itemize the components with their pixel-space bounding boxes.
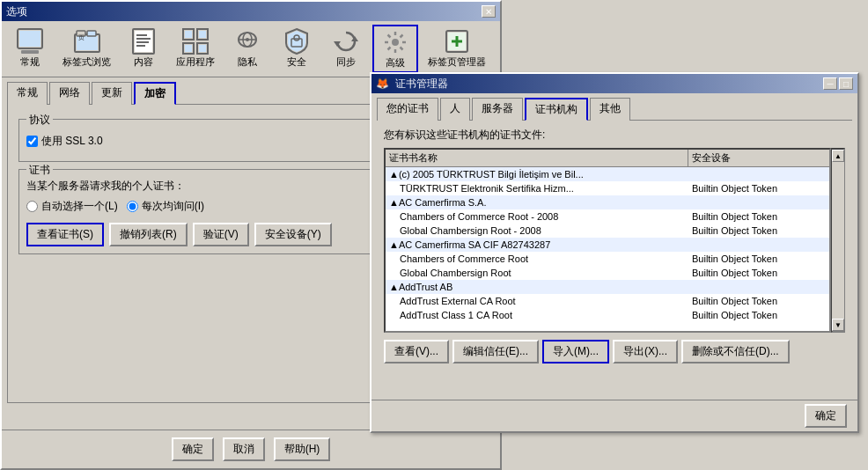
- cert-tab-authority[interactable]: 证书机构: [525, 98, 588, 121]
- cert-group-row-8[interactable]: ▲AddTrust AB: [386, 280, 829, 294]
- sync-icon: [332, 27, 360, 55]
- svg-point-30: [392, 39, 399, 46]
- svg-line-38: [388, 48, 391, 50]
- toolbar-content[interactable]: 内容: [121, 25, 166, 73]
- privacy-icon: [233, 27, 261, 55]
- cert-item-device-4: Builtin Object Token: [688, 224, 829, 237]
- svg-text:页: 页: [78, 34, 85, 41]
- cert-item-name-3: Chambers of Commerce Root - 2008: [386, 210, 688, 223]
- main-window-title: 选项: [6, 4, 27, 19]
- toolbar-privacy[interactable]: 隐私: [224, 25, 270, 73]
- verify-button[interactable]: 验证(V): [193, 223, 249, 246]
- svg-rect-1: [19, 31, 40, 47]
- toolbar-security-label: 安全: [287, 55, 306, 69]
- view-cert-button[interactable]: 查看证书(S): [26, 223, 104, 246]
- cert-group-device-8: [688, 286, 829, 288]
- toolbar-security[interactable]: 安全: [274, 25, 320, 73]
- protocol-title: 协议: [26, 113, 53, 128]
- toolbar-sync[interactable]: 同步: [323, 25, 369, 73]
- cert-table-header: 证书书名称 安全设备: [386, 150, 829, 167]
- svg-line-35: [388, 35, 391, 38]
- cert-import-button[interactable]: 导入(M)...: [542, 340, 609, 364]
- cert-group-row-2[interactable]: ▲AC Camerfirma S.A.: [386, 195, 829, 209]
- cert-title-bar: 🦊 证书管理器 ─ □: [371, 74, 857, 93]
- svg-rect-18: [185, 31, 192, 38]
- scroll-up-button[interactable]: ▲: [832, 150, 844, 162]
- svg-rect-20: [199, 31, 206, 38]
- main-help-button[interactable]: 帮助(H): [274, 437, 331, 461]
- cert-radio2-label[interactable]: 每次均询问(I): [127, 199, 204, 214]
- cert-tab-other[interactable]: 其他: [590, 98, 630, 121]
- cert-action-buttons: 查看(V)... 编辑信任(E)... 导入(M)... 导出(X)... 删除…: [384, 340, 845, 364]
- cert-minimize-button[interactable]: ─: [823, 77, 837, 90]
- cert-group-name-2: ▲AC Camerfirma S.A.: [386, 196, 688, 209]
- tab-network[interactable]: 网络: [49, 82, 90, 105]
- cert-group-device-2: [688, 202, 829, 203]
- title-bar-buttons: ✕: [482, 5, 496, 18]
- cert-item-device-9: Builtin Object Token: [688, 295, 829, 307]
- apps-icon: [181, 27, 210, 55]
- main-cancel-button[interactable]: 取消: [223, 437, 265, 461]
- ssl30-checkbox[interactable]: [26, 136, 38, 147]
- cert-item-row-7[interactable]: Global Chambersign Root Builtin Object T…: [386, 266, 829, 280]
- cert-item-row-1[interactable]: TÜRKTRUST Elektronik Sertifika Hizm... B…: [386, 181, 829, 195]
- cert-item-row-3[interactable]: Chambers of Commerce Root - 2008 Builtin…: [386, 209, 829, 224]
- advanced-icon: [381, 28, 409, 56]
- toolbar-tabs[interactable]: 页 标签式浏览: [56, 25, 117, 73]
- cert-group-row-5[interactable]: ▲AC Camerfirma SA CIF A82743287: [386, 238, 829, 252]
- toolbar-general[interactable]: 常规: [7, 25, 53, 73]
- cert-item-row-6[interactable]: Chambers of Commerce Root Builtin Object…: [386, 252, 829, 266]
- svg-rect-2: [21, 50, 39, 54]
- content-icon: [129, 27, 158, 55]
- general-icon: [16, 27, 44, 55]
- cert-group-row-0[interactable]: ▲(c) 2005 TÜRKTRUST Bilgi İletişim ve Bi…: [386, 167, 829, 181]
- cert-ok-button[interactable]: 确定: [805, 404, 847, 428]
- col-name-header: 证书书名称: [386, 150, 688, 166]
- cert-group-device-5: [688, 244, 829, 246]
- close-button[interactable]: ✕: [482, 5, 496, 18]
- tab-encrypt[interactable]: 加密: [134, 82, 176, 105]
- security-device-button[interactable]: 安全设备(Y): [254, 223, 332, 246]
- tab-update[interactable]: 更新: [92, 82, 132, 105]
- cert-group-device-0: [688, 173, 829, 175]
- cert-radio2[interactable]: [127, 201, 138, 212]
- revoke-list-button[interactable]: 撤销列表(R): [109, 223, 188, 246]
- toolbar-apps[interactable]: 应用程序: [170, 25, 221, 73]
- cert-edit-trust-button[interactable]: 编辑信任(E)...: [452, 340, 539, 364]
- cert-item-device-1: Builtin Object Token: [688, 182, 829, 195]
- cert-tab-people[interactable]: 人: [440, 98, 470, 121]
- main-ok-button[interactable]: 确定: [172, 437, 214, 461]
- ssl30-row: 使用 SSL 3.0: [26, 134, 103, 149]
- cert-item-name-6: Chambers of Commerce Root: [386, 253, 688, 265]
- main-title-bar: 选项 ✕: [2, 2, 500, 21]
- cert-bottom-bar: 确定: [371, 400, 857, 431]
- toolbar-content-label: 内容: [134, 55, 153, 69]
- firefox-icon: 🦊: [376, 77, 389, 90]
- svg-rect-6: [87, 31, 96, 36]
- scrollbar[interactable]: ▲ ▼: [831, 148, 845, 333]
- scroll-down-button[interactable]: ▼: [832, 319, 844, 331]
- svg-rect-12: [136, 41, 149, 43]
- cert-delete-button[interactable]: 删除或不信任(D)...: [681, 340, 790, 364]
- cert-tab-yours[interactable]: 您的证书: [377, 98, 438, 121]
- cert-export-button[interactable]: 导出(X)...: [613, 340, 678, 364]
- cert-tab-servers[interactable]: 服务器: [472, 98, 523, 121]
- cert-group-name-0: ▲(c) 2005 TÜRKTRUST Bilgi İletişim ve Bi…: [386, 168, 688, 180]
- toolbar-advanced[interactable]: 高级: [372, 25, 418, 73]
- cert-window-title: 🦊 证书管理器: [376, 77, 448, 92]
- cert-view-button[interactable]: 查看(V)...: [384, 340, 449, 364]
- cert-description-text: 您有标识这些证书机构的证书文件:: [384, 128, 845, 143]
- cert-radio1[interactable]: [26, 201, 38, 212]
- toolbar-general-label: 常规: [20, 55, 40, 69]
- main-bottom-bar: 确定 取消 帮助(H): [2, 430, 500, 468]
- cert-item-row-4[interactable]: Global Chambersign Root - 2008 Builtin O…: [386, 224, 829, 238]
- cert-item-name-4: Global Chambersign Root - 2008: [386, 224, 688, 237]
- cert-item-row-10[interactable]: AddTrust Class 1 CA Root Builtin Object …: [386, 308, 829, 322]
- cert-maximize-button[interactable]: □: [839, 77, 853, 90]
- tab-general[interactable]: 常规: [7, 82, 48, 105]
- toolbar-tabmgr[interactable]: 标签页管理器: [422, 25, 492, 73]
- cert-item-row-9[interactable]: AddTrust External CA Root Builtin Object…: [386, 294, 829, 308]
- toolbar-tabmgr-label: 标签页管理器: [428, 55, 486, 69]
- cert-radio1-label[interactable]: 自动选择一个(L): [26, 199, 118, 214]
- cert-table[interactable]: 证书书名称 安全设备 ▲(c) 2005 TÜRKTRUST Bilgi İle…: [384, 148, 831, 333]
